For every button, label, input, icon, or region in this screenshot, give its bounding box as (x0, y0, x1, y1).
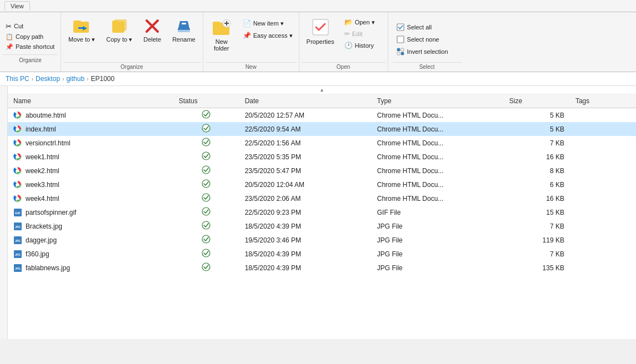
svg-rect-23 (397, 52, 400, 55)
new-folder-label: Newfolder (214, 38, 229, 52)
file-date: 20/5/2020 12:04 AM (239, 178, 372, 191)
breadcrumb-thispc[interactable]: This PC (6, 75, 29, 83)
open-group-label: Open (302, 62, 385, 72)
table-row[interactable]: week4.html 23/5/2020 2:06 AM Chrome HTML… (8, 191, 636, 205)
column-header-name[interactable]: Name (8, 94, 173, 108)
file-icon (13, 139, 22, 148)
file-size: 5 KB (504, 108, 570, 123)
file-name: week4.html (26, 195, 59, 203)
file-name-cell: JPG f360.jpg (8, 247, 173, 261)
file-status (173, 261, 239, 275)
cut-button[interactable]: ✂ Cut (3, 21, 57, 32)
file-name: index.html (26, 125, 56, 133)
invert-selection-button[interactable]: Invert selection (393, 46, 452, 57)
file-type: JPG File (372, 219, 504, 233)
file-status (173, 191, 239, 205)
new-item-icon: 📄 (243, 19, 251, 27)
properties-button[interactable]: Properties (302, 14, 339, 47)
view-tab[interactable]: View (4, 1, 30, 11)
svg-point-43 (17, 169, 19, 172)
breadcrumb-arrow-1: › (32, 76, 33, 82)
paste-shortcut-button[interactable]: 📌 Paste shortcut (3, 42, 57, 52)
file-date: 23/5/2020 2:06 AM (239, 191, 372, 205)
delete-label: Delete (143, 36, 161, 43)
select-none-button[interactable]: Select none (393, 34, 452, 45)
easy-access-button[interactable]: 📌 Easy access ▾ (239, 30, 297, 41)
svg-point-47 (17, 183, 19, 186)
file-type: Chrome HTML Docu... (372, 178, 504, 191)
rename-icon (175, 17, 193, 35)
breadcrumb-desktop[interactable]: Desktop (36, 75, 60, 83)
table-row[interactable]: week2.html 23/5/2020 5:47 PM Chrome HTML… (8, 164, 636, 178)
select-group-label: Select (393, 62, 462, 72)
new-folder-button[interactable]: Newfolder (206, 14, 238, 53)
file-status (173, 164, 239, 178)
move-to-label: Move to ▾ (68, 36, 95, 43)
table-row[interactable]: aboutme.html 20/5/2020 12:57 AM Chrome H… (8, 108, 636, 123)
svg-rect-20 (397, 36, 404, 43)
file-tags (570, 150, 636, 164)
new-group: Newfolder 📄 New item ▾ 📌 Easy access ▾ N… (203, 12, 299, 72)
rename-button[interactable]: Rename (167, 14, 201, 61)
svg-point-32 (202, 124, 210, 132)
new-item-label: New item ▾ (253, 20, 284, 27)
copy-path-button[interactable]: 📋 Copy path (3, 32, 57, 42)
file-name: fablabnews.jpg (26, 264, 70, 272)
table-row[interactable]: versionctrl.html 22/5/2020 1:56 AM Chrom… (8, 136, 636, 150)
delete-button[interactable]: Delete (138, 14, 166, 61)
file-name: dagger.jpg (26, 236, 57, 244)
column-header-size[interactable]: Size (504, 94, 570, 108)
column-header-date[interactable]: Date (239, 94, 372, 108)
open-button[interactable]: 📂 Open ▾ (340, 17, 379, 28)
select-group: Select all Select none (388, 12, 466, 72)
file-type: Chrome HTML Docu... (372, 136, 504, 150)
new-item-button[interactable]: 📄 New item ▾ (239, 18, 297, 29)
file-type: JPG File (372, 261, 504, 275)
file-name-cell: week3.html (8, 178, 173, 191)
table-row[interactable]: JPG fablabnews.jpg 18/5/2020 4:39 PM JPG… (8, 261, 636, 275)
file-date: 22/5/2020 1:56 AM (239, 136, 372, 150)
file-status (173, 219, 239, 233)
breadcrumb-github[interactable]: github (66, 75, 84, 83)
copy-to-button[interactable]: Copy to ▾ (101, 14, 137, 61)
column-header-tags[interactable]: Tags (570, 94, 636, 108)
breadcrumb-ep1000[interactable]: EP1000 (91, 75, 114, 83)
file-name-cell: JPG dagger.jpg (8, 233, 173, 247)
file-date: 22/5/2020 9:54 AM (239, 122, 372, 136)
edit-button[interactable]: ✏ Edit (340, 28, 379, 39)
column-header-type[interactable]: Type (372, 94, 504, 108)
file-status (173, 108, 239, 123)
easy-access-label: Easy access ▾ (253, 32, 293, 39)
file-status (173, 136, 239, 150)
file-tags (570, 108, 636, 123)
table-row[interactable]: JPG f360.jpg 18/5/2020 4:39 PM JPG File … (8, 247, 636, 261)
history-label: History (355, 42, 374, 49)
svg-rect-12 (182, 23, 186, 24)
svg-point-64 (202, 249, 210, 257)
copy-path-icon: 📋 (6, 33, 13, 41)
move-to-button[interactable]: Move to ▾ (63, 14, 100, 61)
column-header-status[interactable]: Status (173, 94, 239, 108)
file-size: 119 KB (504, 233, 570, 247)
file-tags (570, 219, 636, 233)
file-name: week2.html (26, 167, 59, 175)
svg-rect-22 (401, 48, 404, 51)
file-type: Chrome HTML Docu... (372, 191, 504, 205)
copy-to-label: Copy to ▾ (106, 36, 132, 43)
table-row[interactable]: JPG dagger.jpg 19/5/2020 3:46 PM JPG Fil… (8, 233, 636, 247)
file-status (173, 233, 239, 247)
history-button[interactable]: 🕐 History (340, 40, 379, 51)
table-row[interactable]: week3.html 20/5/2020 12:04 AM Chrome HTM… (8, 178, 636, 191)
new-group-label: New (206, 62, 297, 72)
organize-label: Organize (3, 54, 57, 63)
select-all-button[interactable]: Select all (393, 22, 452, 33)
invert-selection-icon (397, 48, 404, 55)
table-row[interactable]: index.html 22/5/2020 9:54 AM Chrome HTML… (8, 122, 636, 136)
table-row[interactable]: GIF partsofspinner.gif 22/5/2020 9:23 PM… (8, 205, 636, 219)
breadcrumb-arrow-2: › (62, 76, 64, 82)
table-row[interactable]: JPG Brackets.jpg 18/5/2020 4:39 PM JPG F… (8, 219, 636, 233)
table-row[interactable]: week1.html 23/5/2020 5:35 PM Chrome HTML… (8, 150, 636, 164)
svg-rect-1 (73, 21, 81, 23)
invert-selection-label: Invert selection (407, 48, 448, 55)
svg-point-58 (202, 221, 210, 229)
